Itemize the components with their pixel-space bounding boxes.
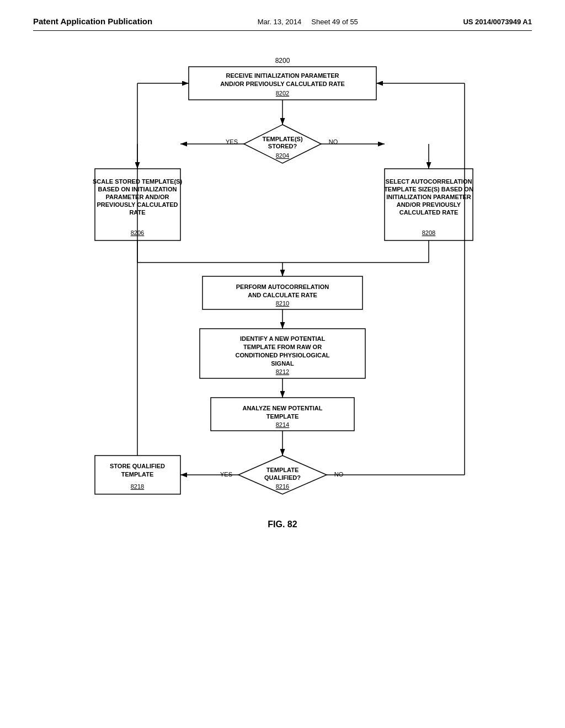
svg-text:8204: 8204: [276, 152, 289, 159]
svg-text:TEMPLATE: TEMPLATE: [266, 413, 299, 420]
svg-text:PERFORM AUTOCORRELATION: PERFORM AUTOCORRELATION: [236, 283, 329, 290]
svg-text:TEMPLATE(S): TEMPLATE(S): [262, 136, 302, 142]
svg-text:AND CALCULATE RATE: AND CALCULATE RATE: [248, 292, 317, 298]
svg-text:NO: NO: [334, 471, 344, 478]
svg-text:YES: YES: [220, 471, 232, 478]
figure-caption: FIG. 82: [268, 520, 297, 529]
svg-text:STORE QUALIFIED: STORE QUALIFIED: [110, 463, 165, 469]
svg-text:8212: 8212: [276, 368, 289, 375]
svg-text:8216: 8216: [276, 483, 289, 490]
flowchart-container: 8200 RECEIVE INITIALIZATION PARAMETER AN…: [84, 47, 481, 588]
svg-text:TEMPLATE: TEMPLATE: [266, 467, 299, 473]
svg-text:8218: 8218: [131, 483, 144, 490]
svg-text:INITIALIZATION PARAMETER: INITIALIZATION PARAMETER: [386, 194, 471, 200]
svg-text:8208: 8208: [422, 229, 435, 236]
svg-text:8210: 8210: [276, 300, 289, 307]
header-sheet: Sheet 49 of 55: [311, 18, 358, 26]
header-right: US 2014/0073949 A1: [463, 18, 532, 26]
svg-text:AND/OR PREVIOUSLY: AND/OR PREVIOUSLY: [397, 201, 461, 208]
svg-text:SIGNAL: SIGNAL: [271, 360, 294, 367]
header-date: Mar. 13, 2014: [258, 18, 302, 26]
svg-text:CONDITIONED PHYSIOLOGICAL: CONDITIONED PHYSIOLOGICAL: [235, 352, 329, 358]
svg-text:IDENTIFY A NEW POTENTIAL: IDENTIFY A NEW POTENTIAL: [240, 335, 325, 342]
header-left: Patent Application Publication: [33, 17, 152, 26]
svg-text:AND/OR PREVIOUSLY CALCULATED R: AND/OR PREVIOUSLY CALCULATED RATE: [220, 81, 345, 87]
page: Patent Application Publication Mar. 13, …: [0, 0, 565, 728]
header-center: Mar. 13, 2014 Sheet 49 of 55: [258, 18, 358, 26]
flowchart-svg: 8200 RECEIVE INITIALIZATION PARAMETER AN…: [84, 47, 481, 588]
svg-text:8202: 8202: [276, 90, 289, 97]
diagram-id: 8200: [275, 57, 290, 65]
header: Patent Application Publication Mar. 13, …: [33, 17, 532, 31]
svg-text:RECEIVE INITIALIZATION PARAMET: RECEIVE INITIALIZATION PARAMETER: [226, 72, 339, 79]
svg-text:ANALYZE NEW POTENTIAL: ANALYZE NEW POTENTIAL: [242, 405, 322, 411]
svg-text:8214: 8214: [276, 421, 289, 428]
svg-text:TEMPLATE FROM RAW OR: TEMPLATE FROM RAW OR: [243, 344, 322, 350]
svg-text:SELECT AUTOCORRELATION: SELECT AUTOCORRELATION: [386, 178, 472, 185]
svg-text:CALCULATED RATE: CALCULATED RATE: [399, 209, 459, 216]
svg-text:STORED?: STORED?: [268, 143, 297, 149]
svg-text:QUALIFIED?: QUALIFIED?: [264, 474, 301, 481]
svg-text:TEMPLATE: TEMPLATE: [121, 471, 153, 478]
svg-text:TEMPLATE SIZE(S) BASED ON: TEMPLATE SIZE(S) BASED ON: [384, 186, 473, 192]
